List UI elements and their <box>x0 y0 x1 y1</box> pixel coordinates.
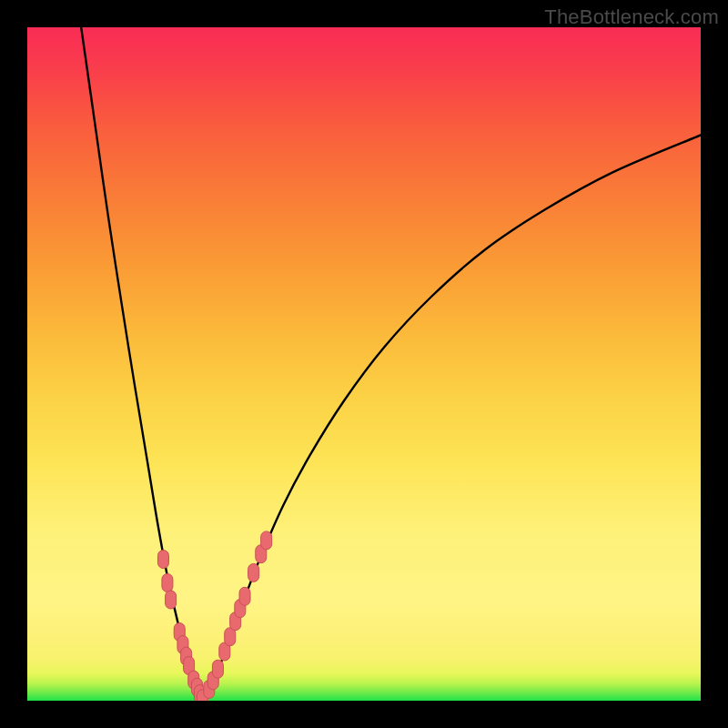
curve-right-branch <box>202 135 701 701</box>
curve-marker <box>166 591 177 609</box>
curve-marker <box>248 563 259 581</box>
curve-marker <box>157 551 168 569</box>
curve-left-branch <box>81 27 202 701</box>
chart-frame: TheBottleneck.com <box>0 0 728 728</box>
curve-marker <box>212 660 223 678</box>
curve-marker <box>162 574 173 592</box>
markers-left <box>157 551 207 701</box>
curve-layer <box>27 27 701 701</box>
attribution-text: TheBottleneck.com <box>544 5 719 29</box>
plot-area <box>27 27 701 701</box>
curve-marker <box>239 587 250 605</box>
markers-right <box>204 531 272 699</box>
curve-marker <box>261 531 272 550</box>
